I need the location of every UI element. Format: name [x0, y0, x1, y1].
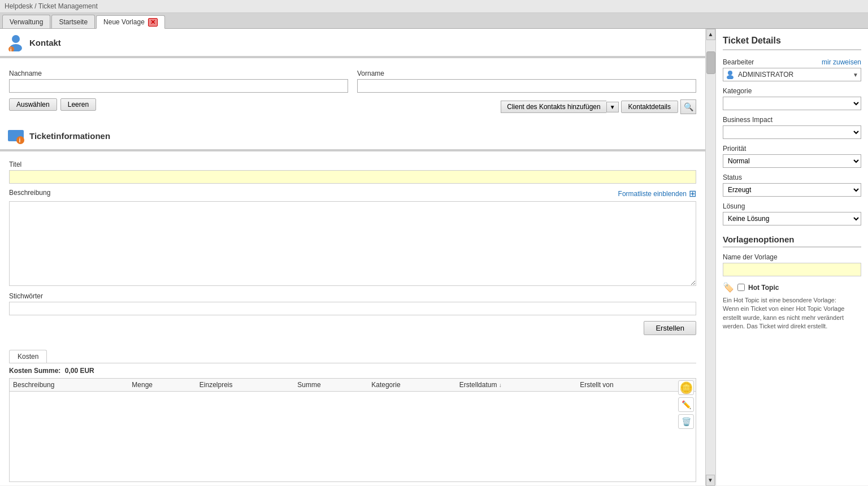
kategorie-field: Kategorie — [723, 87, 861, 110]
expand-icon: ⊞ — [689, 188, 696, 199]
hot-topic-row: 🏷️ Hot Topic — [723, 282, 861, 293]
kosten-table: Beschreibung Menge Einzelpreis Summe Kat… — [9, 378, 696, 482]
kosten-tab-label: Kosten — [18, 353, 38, 361]
loesung-field: Lösung Keine Lösung — [723, 202, 861, 225]
admin-dropdown-arrow: ▼ — [850, 72, 861, 78]
kontakt-form: Nachname Vorname Auswählen Leeren — [0, 63, 705, 122]
scroll-up-button[interactable]: ▲ — [706, 29, 715, 40]
name-vorlage-label: Name der Vorlage — [723, 253, 861, 261]
client-hinzufuegen-dropdown: Client des Kontakts hinzufügen ▼ — [501, 101, 618, 113]
kosten-summe-label: Kosten Summe: — [9, 367, 60, 375]
content-area: i Kontakt Nachname Vorname — [0, 29, 705, 485]
admin-person-icon — [725, 70, 735, 80]
kontakt-person-icon: i — [7, 33, 25, 51]
formatliste-link-text: Formatliste einblenden — [618, 190, 687, 198]
delete-cost-button[interactable]: 🗑️ — [678, 414, 694, 429]
client-hinzufuegen-arrow[interactable]: ▼ — [606, 102, 619, 112]
tab-startseite[interactable]: Startseite — [51, 15, 95, 28]
hot-topic-label: Hot Topic — [748, 284, 779, 292]
edit-icon: ✏️ — [682, 400, 691, 409]
titel-label: Titel — [9, 160, 696, 168]
sort-icon: ↓ — [499, 382, 502, 388]
tab-startseite-label: Startseite — [59, 18, 88, 26]
col-kategorie: Kategorie — [368, 379, 456, 392]
table-actions: 🪙 ✏️ 🗑️ — [678, 380, 694, 429]
tab-neue-vorlage[interactable]: Neue Vorlage ✕ — [96, 15, 165, 29]
bearbeiter-label-row: Bearbeiter mir zuweisen — [723, 58, 861, 66]
hot-topic-checkbox[interactable] — [737, 284, 745, 291]
vorname-input[interactable] — [357, 79, 696, 93]
title-bar: Helpdesk / Ticket Management — [0, 0, 868, 13]
ticket-title: Ticketinformationen — [29, 131, 110, 141]
kosten-tab[interactable]: Kosten — [9, 350, 47, 363]
kontaktdetails-button[interactable]: Kontaktdetails — [621, 101, 678, 113]
client-hinzufuegen-button[interactable]: Client des Kontakts hinzufügen — [501, 101, 606, 113]
formatliste-link[interactable]: Formatliste einblenden ⊞ — [618, 188, 696, 199]
contact-buttons: Client des Kontakts hinzufügen ▼ Kontakt… — [501, 99, 696, 114]
nachname-input[interactable] — [9, 79, 348, 93]
stichwoerter-input[interactable] — [9, 302, 696, 315]
kosten-summe-value: 0,00 EUR — [65, 367, 94, 375]
svg-point-0 — [12, 35, 20, 43]
add-icon: 🪙 — [679, 381, 693, 394]
business-impact-select[interactable] — [723, 125, 861, 139]
action-btn-row: Auswählen Leeren — [9, 98, 96, 111]
col-erstellt-von: Erstellt von — [576, 379, 675, 392]
vorname-label: Vorname — [357, 70, 696, 77]
leeren-button[interactable]: Leeren — [60, 98, 96, 111]
tab-neue-vorlage-label: Neue Vorlage — [103, 18, 145, 26]
prioritaet-field: Priorität Normal — [723, 145, 861, 168]
status-select[interactable]: Erzeugt — [723, 183, 861, 197]
admin-name-text: ADMINISTRATOR — [737, 71, 850, 79]
desc-header: Beschreibung Formatliste einblenden ⊞ — [9, 188, 696, 199]
delete-icon: 🗑️ — [682, 417, 691, 426]
col-menge: Menge — [128, 379, 196, 392]
edit-cost-button[interactable]: ✏️ — [678, 397, 694, 412]
status-field: Status Erzeugt — [723, 173, 861, 197]
svg-point-7 — [728, 71, 732, 75]
business-impact-field: Business Impact — [723, 116, 861, 139]
name-vorlage-field: Name der Vorlage — [723, 253, 861, 276]
kosten-tab-strip: Kosten — [9, 350, 696, 363]
col-summe: Summe — [294, 379, 368, 392]
bearbeiter-select[interactable]: ADMINISTRATOR ▼ — [723, 68, 861, 81]
search-icon: 🔍 — [684, 102, 693, 111]
stichwoerter-label: Stichwörter — [9, 292, 696, 300]
svg-text:i: i — [10, 47, 12, 52]
mir-zuweisen-link[interactable]: mir zuweisen — [822, 58, 861, 66]
search-contact-button[interactable]: 🔍 — [680, 99, 696, 114]
kosten-summe-row: Kosten Summe: 0,00 EUR — [9, 363, 696, 378]
nachname-col: Nachname — [9, 70, 348, 93]
kontakt-section-header: i Kontakt — [0, 29, 705, 57]
scroll-down-button[interactable]: ▼ — [706, 475, 715, 485]
kosten-section: Kosten Kosten Summe: 0,00 EUR Beschreibu… — [0, 345, 705, 485]
titel-input[interactable] — [9, 170, 696, 184]
tab-verwaltung-label: Verwaltung — [10, 18, 43, 26]
scroll-thumb[interactable] — [706, 51, 715, 74]
bearbeiter-label: Bearbeiter — [723, 58, 754, 66]
prioritaet-label: Priorität — [723, 145, 861, 153]
title-text: Helpdesk / Ticket Management — [5, 2, 98, 10]
col-erstelldatum: Erstelldatum ↓ — [456, 379, 577, 392]
name-vorlage-input[interactable] — [723, 263, 861, 276]
svg-point-8 — [727, 75, 734, 79]
scrollbar[interactable]: ▲ ▼ — [705, 29, 715, 485]
tab-verwaltung[interactable]: Verwaltung — [2, 15, 50, 28]
erstellen-row: Erstellen — [9, 321, 696, 335]
beschreibung-textarea[interactable] — [9, 201, 696, 286]
beschreibung-label: Beschreibung — [9, 189, 50, 197]
loesung-select[interactable]: Keine Lösung — [723, 212, 861, 225]
erstellen-button[interactable]: Erstellen — [644, 321, 696, 335]
vorlagenoptionen-title: Vorlagenoptionen — [723, 235, 861, 248]
hot-topic-icon: 🏷️ — [723, 282, 734, 293]
tab-close-icon[interactable]: ✕ — [148, 18, 158, 27]
kategorie-select[interactable] — [723, 97, 861, 110]
auswaehlen-button[interactable]: Auswählen — [9, 98, 57, 111]
col-einzelpreis: Einzelpreis — [196, 379, 294, 392]
name-row: Nachname Vorname — [9, 70, 696, 93]
ticket-details-title: Ticket Details — [723, 36, 861, 50]
loesung-label: Lösung — [723, 202, 861, 210]
prioritaet-select[interactable]: Normal — [723, 154, 861, 168]
add-cost-button[interactable]: 🪙 — [678, 380, 694, 395]
kontakt-title: Kontakt — [29, 38, 61, 47]
